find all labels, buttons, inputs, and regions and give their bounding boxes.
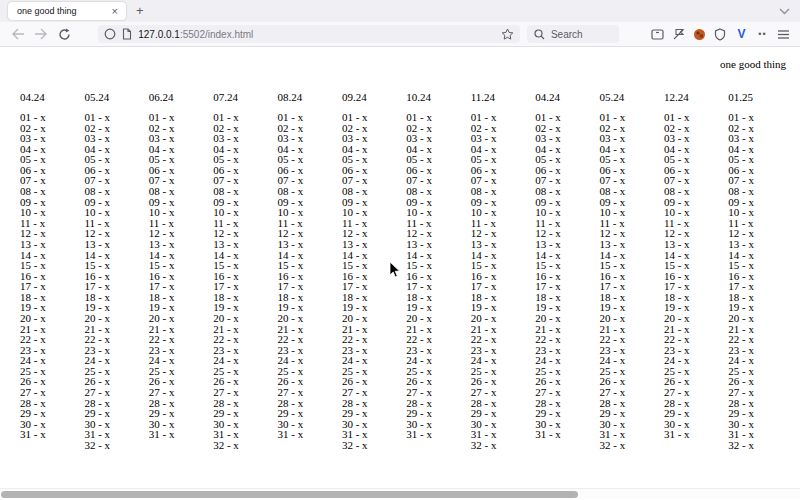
month-column: 04.2401 - x02 - x03 - x04 - x05 - x06 - …	[20, 92, 84, 451]
day-cell: 31 - x	[664, 429, 728, 440]
day-cell: 13 - x	[471, 239, 535, 250]
day-cell: 01 - x	[535, 112, 599, 123]
page-info-icon[interactable]	[122, 28, 132, 40]
day-cell: 01 - x	[342, 112, 406, 123]
month-header: 07.24	[213, 92, 277, 103]
day-cell: 20 - x	[728, 313, 792, 324]
page-title: one good thing	[720, 58, 786, 70]
day-cell: 31 - x	[20, 429, 84, 440]
month-column: 01.2501 - x02 - x03 - x04 - x05 - x06 - …	[728, 92, 792, 451]
orange-extension-icon[interactable]	[689, 24, 710, 44]
navigation-toolbar: 127.0.0.1:5502/index.html Search V ••	[0, 22, 800, 47]
day-cell: 01 - x	[20, 112, 84, 123]
menu-hamburger-icon[interactable]	[773, 24, 794, 44]
day-cell: 31 - x	[406, 429, 470, 440]
day-cell: 01 - x	[278, 112, 342, 123]
day-cell: 13 - x	[84, 239, 148, 250]
month-header: 01.25	[728, 92, 792, 103]
day-cell: 01 - x	[471, 112, 535, 123]
day-cell: 31 - x	[535, 429, 599, 440]
month-header: 04.24	[535, 92, 599, 103]
month-column: 11.2401 - x02 - x03 - x04 - x05 - x06 - …	[471, 92, 535, 451]
url-bar[interactable]: 127.0.0.1:5502/index.html	[98, 25, 520, 43]
day-cell: 20 - x	[342, 313, 406, 324]
day-cell: 20 - x	[406, 313, 470, 324]
day-cell: 20 - x	[84, 313, 148, 324]
tracking-protection-shield-icon[interactable]	[104, 28, 116, 40]
back-icon[interactable]	[6, 24, 29, 44]
day-cell: 01 - x	[600, 112, 664, 123]
month-header: 11.24	[471, 92, 535, 103]
calendar-columns: 04.2401 - x02 - x03 - x04 - x05 - x06 - …	[20, 92, 793, 451]
month-column: 10.2401 - x02 - x03 - x04 - x05 - x06 - …	[406, 92, 470, 451]
extension-toolbar: V ••	[647, 24, 794, 44]
list-all-tabs-chevron-icon[interactable]	[779, 8, 790, 15]
day-cell: 13 - x	[728, 239, 792, 250]
month-header: 05.24	[600, 92, 664, 103]
day-cell: 32 - x	[213, 440, 277, 451]
url-path: :5502/index.html	[180, 29, 253, 40]
day-cell: 20 - x	[20, 313, 84, 324]
month-header: 08.24	[278, 92, 342, 103]
day-cell: 20 - x	[535, 313, 599, 324]
tab-one-good-thing[interactable]: one good thing ×	[8, 2, 126, 20]
day-cell: 01 - x	[213, 112, 277, 123]
overflow-dots-icon[interactable]: ••	[752, 24, 773, 44]
day-cell: 13 - x	[213, 239, 277, 250]
url-host: 127.0.0.1	[138, 29, 180, 40]
day-cell: 01 - x	[84, 112, 148, 123]
reload-icon[interactable]	[53, 24, 76, 44]
day-cell: 13 - x	[664, 239, 728, 250]
day-cell: 13 - x	[342, 239, 406, 250]
month-column: 04.2401 - x02 - x03 - x04 - x05 - x06 - …	[535, 92, 599, 451]
horizontal-scrollbar-track[interactable]	[0, 488, 800, 499]
mouse-cursor	[389, 261, 401, 279]
search-placeholder: Search	[551, 29, 583, 40]
tab-title: one good thing	[17, 6, 110, 16]
month-column: 05.2401 - x02 - x03 - x04 - x05 - x06 - …	[84, 92, 148, 451]
tab-bar: one good thing × +	[0, 0, 800, 22]
day-cell: 01 - x	[728, 112, 792, 123]
search-bar[interactable]: Search	[527, 25, 619, 43]
vimium-extension-icon[interactable]: V	[731, 24, 752, 44]
day-cell: 20 - x	[278, 313, 342, 324]
day-cell: 13 - x	[149, 239, 213, 250]
month-column: 12.2401 - x02 - x03 - x04 - x05 - x06 - …	[664, 92, 728, 451]
month-column: 07.2401 - x02 - x03 - x04 - x05 - x06 - …	[213, 92, 277, 451]
month-header: 10.24	[406, 92, 470, 103]
day-cell: 20 - x	[664, 313, 728, 324]
page-content: one good thing 04.2401 - x02 - x03 - x04…	[0, 47, 800, 499]
day-cell: 32 - x	[84, 440, 148, 451]
search-icon	[534, 29, 545, 40]
day-cell: 13 - x	[278, 239, 342, 250]
month-header: 12.24	[664, 92, 728, 103]
url-text[interactable]: 127.0.0.1:5502/index.html	[138, 29, 501, 40]
month-header: 06.24	[149, 92, 213, 103]
day-cell: 32 - x	[728, 440, 792, 451]
month-header: 04.24	[20, 92, 84, 103]
day-cell: 13 - x	[406, 239, 470, 250]
day-cell: 20 - x	[471, 313, 535, 324]
month-column: 08.2401 - x02 - x03 - x04 - x05 - x06 - …	[278, 92, 342, 451]
forward-icon[interactable]	[29, 24, 52, 44]
bookmark-star-icon[interactable]	[501, 28, 514, 41]
horizontal-scrollbar-thumb[interactable]	[1, 491, 578, 498]
day-cell: 13 - x	[600, 239, 664, 250]
archive-extension-icon[interactable]	[647, 24, 668, 44]
month-header: 05.24	[84, 92, 148, 103]
day-cell: 32 - x	[342, 440, 406, 451]
day-cell: 13 - x	[20, 239, 84, 250]
month-column: 06.2401 - x02 - x03 - x04 - x05 - x06 - …	[149, 92, 213, 451]
shield-outline-extension-icon[interactable]	[710, 24, 731, 44]
month-header: 09.24	[342, 92, 406, 103]
flag-extension-icon[interactable]	[668, 24, 689, 44]
day-cell: 13 - x	[535, 239, 599, 250]
tab-close-icon[interactable]: ×	[110, 6, 120, 17]
day-cell: 31 - x	[278, 429, 342, 440]
new-tab-button[interactable]: +	[126, 0, 154, 22]
day-cell: 32 - x	[600, 440, 664, 451]
day-cell: 20 - x	[213, 313, 277, 324]
month-column: 05.2401 - x02 - x03 - x04 - x05 - x06 - …	[600, 92, 664, 451]
day-cell: 20 - x	[149, 313, 213, 324]
day-cell: 32 - x	[471, 440, 535, 451]
